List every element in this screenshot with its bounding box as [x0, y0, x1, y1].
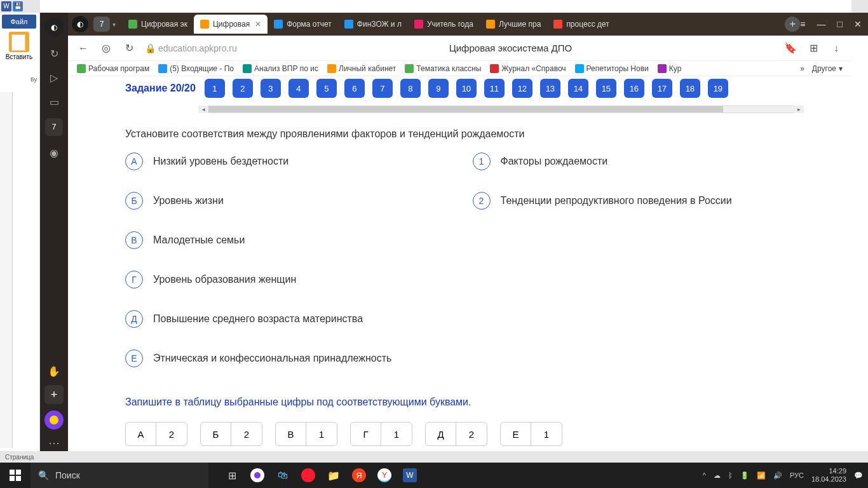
browser-tab[interactable]: Лучшие пра [480, 15, 547, 34]
yandex-services-icon[interactable]: ◎ [100, 42, 112, 55]
option-item[interactable]: ЕЭтническая и конфессиональная принадлеж… [125, 349, 447, 367]
task-number-button[interactable]: 2 [233, 79, 253, 98]
tray-clock[interactable]: 14:29 18.04.2023 [811, 467, 846, 484]
tray-onedrive-icon[interactable]: ☁ [714, 471, 721, 480]
task-number-button[interactable]: 1 [205, 79, 225, 98]
answer-input[interactable]: 1 [531, 423, 562, 445]
task-number-button[interactable]: 4 [288, 79, 309, 98]
task-number-button[interactable]: 11 [484, 79, 505, 98]
app-store-icon[interactable]: 🛍 [272, 464, 294, 486]
task-number-button[interactable]: 18 [680, 79, 700, 98]
option-item[interactable]: ВМалодетные семьи [125, 231, 447, 249]
save-icon[interactable]: 💾 [13, 1, 23, 11]
app-word-icon[interactable]: W [399, 464, 421, 486]
task-number-button[interactable]: 3 [261, 79, 281, 98]
bookmark-item[interactable]: (5) Входящие - По [156, 63, 236, 74]
task-number-button[interactable]: 14 [568, 79, 588, 98]
task-number-button[interactable]: 7 [372, 79, 393, 98]
url-box[interactable]: 🔒 education.apkpro.ru [146, 43, 237, 53]
minimize-button[interactable]: — [817, 19, 826, 29]
task-number-button[interactable]: 17 [652, 79, 672, 98]
task-number-button[interactable]: 5 [316, 79, 337, 98]
alice-icon[interactable] [44, 410, 64, 430]
task-number-button[interactable]: 13 [540, 79, 560, 98]
tray-volume-icon[interactable]: 🔊 [773, 471, 782, 480]
match-item[interactable]: 1Факторы рождаемости [473, 152, 795, 170]
horizontal-scrollbar[interactable]: ◂ ▸ [208, 105, 794, 113]
option-item[interactable]: ГУровень образования женщин [125, 271, 447, 288]
more-icon[interactable]: ⋯ [48, 436, 60, 450]
browser-tab[interactable]: Цифровая эк [122, 15, 194, 34]
answer-input[interactable]: 1 [381, 423, 412, 445]
yandex-logo-icon[interactable]: ◐ [72, 16, 88, 32]
collections-icon[interactable]: ▭ [46, 94, 62, 109]
bookmark-item[interactable]: Журнал «Справоч [487, 63, 568, 74]
scrollbar-thumb[interactable] [208, 106, 723, 112]
browser-tab[interactable]: процесс дет [547, 15, 615, 34]
chevron-down-icon[interactable]: ▾ [112, 21, 116, 28]
extensions-icon[interactable]: ⊞ [807, 42, 820, 55]
option-item[interactable]: АНизкий уровень бездетности [125, 152, 447, 170]
browser-tab[interactable]: ФинЗОЖ и л [338, 15, 408, 34]
bookmark-item[interactable]: Личный кабинет [325, 63, 398, 74]
task-number-button[interactable]: 8 [400, 79, 421, 98]
other-bookmarks[interactable]: Другое ▾ [810, 63, 845, 74]
bookmark-item[interactable]: Тематика классны [402, 63, 484, 74]
app-yandex-icon[interactable] [247, 464, 268, 486]
bookmark-item[interactable]: Анализ ВПР по ис [240, 63, 321, 74]
tray-wifi-icon[interactable]: 📶 [757, 471, 766, 480]
tray-bluetooth-icon[interactable]: ᛒ [728, 471, 733, 479]
downloads-icon[interactable]: ↓ [830, 42, 843, 55]
palm-icon[interactable]: ✋ [46, 363, 62, 379]
app-yandex-search-icon[interactable]: Я [348, 464, 370, 486]
taskbar-search[interactable]: 🔍 Поиск [31, 463, 208, 488]
task-view-icon[interactable]: ⊞ [221, 464, 243, 486]
task-number-button[interactable]: 10 [456, 79, 477, 98]
tray-chevron-icon[interactable]: ^ [703, 471, 706, 479]
scroll-left-arrow[interactable]: ◂ [198, 105, 208, 113]
task-number-button[interactable]: 19 [708, 79, 728, 98]
task-number-button[interactable]: 16 [624, 79, 644, 98]
maximize-button[interactable]: □ [837, 19, 843, 29]
browser-tab[interactable]: Форма отчет [268, 15, 338, 34]
bookmark-icon[interactable]: 🔖 [784, 42, 797, 55]
history-icon[interactable]: ↻ [46, 46, 62, 61]
bookmark-item[interactable]: Кур [655, 63, 684, 74]
bookmark-item[interactable]: Репетиторы Нови [573, 63, 651, 74]
option-item[interactable]: БУровень жизни [125, 192, 447, 210]
answer-input[interactable]: 2 [231, 423, 262, 445]
app-browser-active-icon[interactable]: Y [374, 464, 395, 486]
task-number-button[interactable]: 6 [344, 79, 365, 98]
bookmark-item[interactable]: Рабочая програм [74, 63, 152, 74]
tray-language[interactable]: РУС [790, 471, 804, 479]
tabs-badge[interactable]: 7 [45, 118, 63, 136]
screenshot-icon[interactable]: ◉ [46, 145, 62, 160]
app-explorer-icon[interactable]: 📁 [323, 464, 344, 486]
tab-counter[interactable]: 7 [93, 17, 110, 32]
close-button[interactable]: ✕ [854, 19, 862, 29]
match-item[interactable]: 2Тенденции репродуктивного поведения в Р… [473, 192, 795, 210]
task-number-button[interactable]: 12 [512, 79, 532, 98]
start-button[interactable] [0, 463, 31, 488]
browser-tab[interactable]: Учитель года [408, 15, 480, 34]
profile-icon[interactable]: ◐ [44, 18, 64, 37]
reload-button[interactable]: ↻ [123, 42, 135, 55]
scroll-right-arrow[interactable]: ▸ [794, 105, 804, 113]
back-button[interactable]: ← [77, 42, 90, 55]
app-opera-icon[interactable] [297, 464, 319, 486]
notifications-icon[interactable]: ≡ [800, 19, 805, 29]
add-panel-button[interactable]: + [44, 385, 64, 404]
file-menu-button[interactable]: Файл [2, 15, 36, 29]
task-number-button[interactable]: 9 [428, 79, 449, 98]
tab-close-icon[interactable]: ✕ [255, 20, 261, 29]
option-item[interactable]: ДПовышение среднего возраста материнства [125, 310, 447, 328]
play-icon[interactable]: ▷ [46, 70, 62, 85]
new-tab-button[interactable]: + [785, 17, 800, 32]
answer-input[interactable]: 2 [456, 423, 487, 445]
task-number-button[interactable]: 15 [596, 79, 616, 98]
answer-input[interactable]: 2 [156, 423, 187, 445]
tray-notifications-icon[interactable]: 💬 [854, 471, 863, 480]
tray-battery-icon[interactable]: 🔋 [740, 471, 749, 480]
paste-button[interactable]: Вставить [5, 32, 33, 60]
answer-input[interactable]: 1 [306, 423, 337, 445]
